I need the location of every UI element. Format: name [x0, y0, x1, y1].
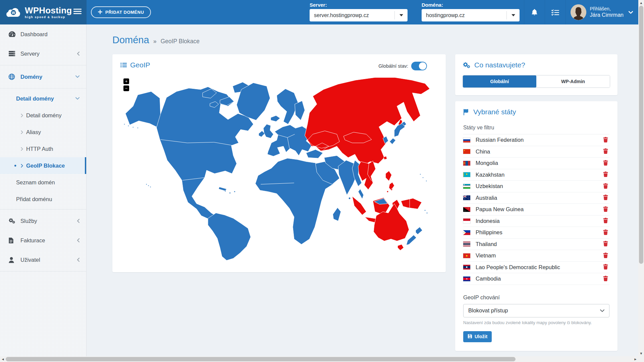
sidebar-item-fakturace[interactable]: Fakturace [0, 231, 86, 250]
delete-country-button[interactable] [602, 252, 609, 260]
vertical-scrollbar-thumb[interactable] [639, 6, 643, 264]
flag-pg-icon [463, 207, 470, 212]
flag-uz-icon [463, 184, 470, 189]
svg-text:W: W [12, 10, 15, 14]
chevron-down-icon [75, 75, 79, 78]
delete-country-button[interactable] [602, 136, 609, 144]
user-menu[interactable]: Přihlášen, Jára Cimrman [566, 0, 638, 24]
sidebar-item-sluzby[interactable]: Služby [0, 211, 86, 231]
sidebar-item-label: Služby [20, 218, 37, 224]
gears-icon [463, 62, 471, 69]
sidebar-item-label: Fakturace [20, 237, 45, 244]
country-row: Indonesia [463, 216, 609, 227]
flag-ph-icon [463, 230, 470, 235]
scroll-right-arrow-icon[interactable]: ► [633, 356, 638, 362]
trash-icon [603, 252, 608, 259]
sidebar-item-label: GeoIP Blokace [26, 163, 65, 169]
delete-country-button[interactable] [602, 194, 609, 202]
sidebar-item-geoip-blokace[interactable]: •GeoIP Blokace [0, 157, 86, 174]
country-name: Uzbekistan [476, 183, 602, 189]
delete-country-button[interactable] [602, 147, 609, 156]
map-zoom-out-button[interactable]: − [123, 85, 129, 91]
domain-select[interactable]: hostingprowp.cz [422, 9, 520, 21]
tab-globalni[interactable]: Globální [463, 75, 536, 87]
breadcrumb-page: GeoIP Blokace [161, 38, 200, 45]
save-button[interactable]: Uložit [463, 331, 492, 342]
angle-right-icon [21, 147, 23, 151]
sidebar-item-label: Uživatel [20, 257, 40, 263]
delete-country-button[interactable] [602, 171, 609, 179]
delete-country-button[interactable] [602, 263, 609, 271]
sidebar-item-label: Aliasy [26, 129, 41, 135]
sidebar-item-detail-domeny[interactable]: Detail domény [0, 90, 86, 107]
scroll-up-arrow-icon[interactable]: ▲ [638, 0, 644, 6]
behavior-select[interactable]: Blokovat přístup [463, 304, 609, 317]
server-select[interactable]: server.hostingprowp.cz [310, 9, 408, 21]
delete-country-button[interactable] [602, 240, 609, 248]
sidebar-item-detail-domeny[interactable]: Detail domény [0, 107, 86, 124]
hamburger-menu-icon[interactable] [73, 8, 82, 15]
trash-icon [603, 276, 608, 282]
trash-icon [603, 171, 608, 178]
sidebar-item-dashboard[interactable]: Dashboard [0, 24, 86, 44]
tab-wp-admin[interactable]: WP-Admin [536, 75, 610, 87]
behavior-label: GeoIP chování [463, 294, 609, 301]
sidebar-item-label: Seznam domén [16, 179, 55, 186]
flag-kz-icon [463, 172, 470, 177]
scope-tabs: GlobálníWP-Admin [463, 75, 610, 88]
country-row: Uzbekistan [463, 181, 609, 192]
country-row: Papua New Guinea [463, 204, 609, 216]
sidebar-item-http-auth[interactable]: HTTP Auth [0, 140, 86, 157]
country-name: Philippines [476, 229, 602, 236]
sidebar-item-seznam-domen[interactable]: Seznam domén [0, 174, 86, 191]
global-state-toggle[interactable] [411, 62, 427, 70]
horizontal-scrollbar-thumb[interactable] [6, 357, 516, 361]
server-select-label: Server: [310, 2, 408, 8]
vertical-scrollbar[interactable]: ▲ ▼ [638, 0, 644, 356]
globe-icon [8, 73, 16, 80]
chevron-left-icon [77, 258, 79, 262]
notifications-bell-icon[interactable] [524, 0, 545, 24]
sidebar-item-uzivatel[interactable]: Uživatel [0, 250, 86, 269]
caret-down-icon [395, 14, 408, 16]
flag-th-icon [463, 242, 470, 246]
map-zoom-in-button[interactable]: + [123, 78, 129, 84]
sidebar-item-label: Servery [20, 51, 40, 57]
scroll-left-arrow-icon[interactable]: ◄ [0, 356, 6, 362]
chevron-down-icon [629, 9, 633, 15]
sidebar-item-domeny[interactable]: Domény [0, 67, 86, 86]
sidebar-item-servery[interactable]: Servery [0, 44, 86, 63]
plus-icon [98, 10, 102, 15]
delete-country-button[interactable] [602, 159, 609, 167]
chevron-left-icon [77, 52, 79, 56]
add-domain-button[interactable]: PŘIDAT DOMÉNU [91, 6, 151, 18]
sidebar-item-pridat-domenu[interactable]: Přidat doménu [0, 191, 86, 207]
sidebar-divider [0, 88, 86, 88]
scroll-down-arrow-icon[interactable]: ▼ [638, 351, 644, 356]
country-row: Kazakhstan [463, 169, 609, 181]
delete-country-button[interactable] [602, 275, 609, 283]
breadcrumb-separator: » [153, 38, 157, 45]
sidebar-item-label: Dashboard [20, 31, 48, 38]
angle-right-icon [21, 130, 23, 134]
country-name: Thailand [476, 241, 602, 247]
topbar: W WPHosting high speed & backup PŘIDAT D… [0, 0, 638, 24]
delete-country-button[interactable] [602, 229, 609, 237]
sidebar: DashboardServeryDoményDetail doményDetai… [0, 24, 87, 356]
delete-country-button[interactable] [602, 217, 609, 225]
brand-tagline: high speed & backup [25, 15, 72, 19]
country-name: Indonesia [476, 218, 602, 224]
sidebar-item-aliasy[interactable]: Aliasy [0, 124, 86, 140]
world-map[interactable] [120, 74, 438, 261]
horizontal-scrollbar[interactable]: ◄ ► [0, 356, 638, 362]
country-name: China [476, 148, 602, 155]
trash-icon [603, 160, 608, 167]
delete-country-button[interactable] [602, 205, 609, 214]
breadcrumb-section[interactable]: Doména [112, 35, 149, 46]
selected-states-card: Vybrané státy Státy ve filtru Russian Fe… [455, 101, 618, 351]
country-name: Mongolia [476, 160, 602, 166]
delete-country-button[interactable] [602, 182, 609, 190]
brand[interactable]: W WPHosting high speed & backup [0, 0, 87, 24]
states-card-title: Vybrané státy [473, 108, 516, 116]
tasks-list-icon[interactable] [545, 0, 566, 24]
